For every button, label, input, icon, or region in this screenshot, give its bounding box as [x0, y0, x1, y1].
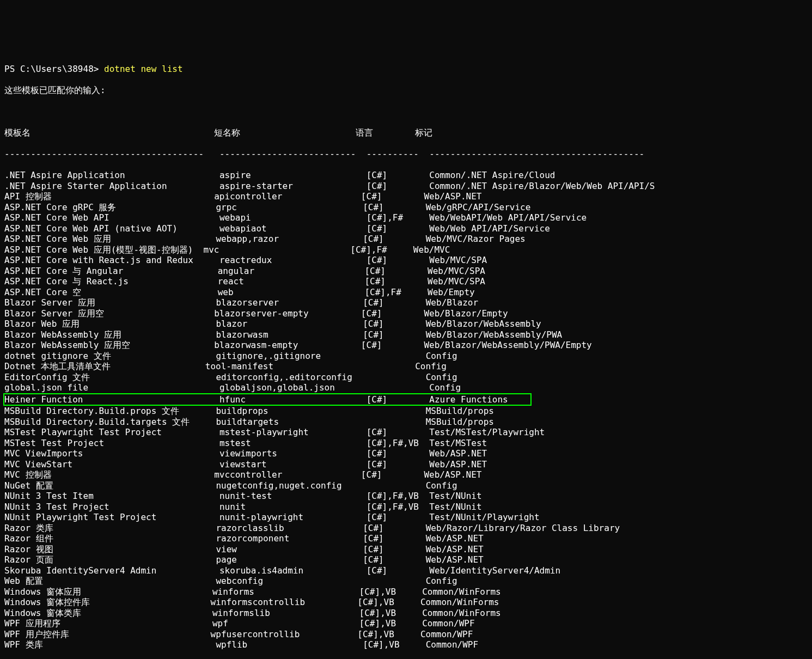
template-row: .NET Aspire Starter Application aspire-s… [4, 181, 808, 192]
template-row: EditorConfig 文件 editorconfig,.editorconf… [4, 372, 808, 383]
template-row: MVC ViewStart viewstart [C#] Web/ASP.NET [4, 459, 808, 470]
template-row: Razor 视图 view [C#] Web/ASP.NET [4, 544, 808, 555]
template-row: MSBuild Directory.Build.props 文件 buildpr… [4, 406, 808, 417]
template-row: NUnit 3 Test Project nunit [C#],F#,VB Te… [4, 502, 808, 512]
template-row: global.json file globaljson,global.json … [4, 382, 808, 393]
template-row: Blazor Web 应用 blazor [C#] Web/Blazor/Web… [4, 319, 808, 330]
prompt-prefix: PS C:\Users\38948> [4, 64, 104, 74]
template-row: ASP.NET Core 与 React.js react [C#] Web/M… [4, 276, 808, 287]
template-row: NUnit Playwright Test Project nunit-play… [4, 512, 808, 523]
terminal-output: PS C:\Users\38948> dotnet new list 这些模板已… [0, 53, 812, 660]
template-row: Windows 窗体控件库 winformscontrollib [C#],VB… [4, 597, 808, 608]
template-row: Windows 窗体应用 winforms [C#],VB Common/Win… [4, 587, 808, 597]
template-row: Blazor WebAssembly 应用空 blazorwasm-empty … [4, 340, 808, 351]
template-row: ASP.NET Core Web API webapi [C#],F# Web/… [4, 212, 808, 223]
template-row: Blazor Server 应用 blazorserver [C#] Web/B… [4, 297, 808, 308]
prompt-line: PS C:\Users\38948> dotnet new list [4, 64, 808, 75]
template-row: Web 配置 webconfig Config [4, 576, 808, 587]
dash-row: -------------------------------------- -… [4, 149, 808, 160]
template-row: MSTest Playwright Test Project mstest-pl… [4, 427, 808, 438]
template-row: MVC ViewImports viewimports [C#] Web/ASP… [4, 448, 808, 459]
template-row: ASP.NET Core Web 应用 webapp,razor [C#] We… [4, 234, 808, 245]
template-row: NuGet 配置 nugetconfig,nuget.config Config [4, 480, 808, 491]
template-row: dotnet gitignore 文件 gitignore,.gitignore… [4, 351, 808, 362]
template-rows: .NET Aspire Application aspire [C#] Comm… [4, 170, 808, 650]
template-row: Blazor WebAssembly 应用 blazorwasm [C#] We… [4, 330, 808, 340]
header-row: 模板名 短名称 语言 标记 [4, 127, 808, 138]
template-row: ASP.NET Core 与 Angular angular [C#] Web/… [4, 266, 808, 277]
template-row: Windows 窗体类库 winformslib [C#],VB Common/… [4, 608, 808, 619]
template-row: Skoruba IdentityServer4 Admin skoruba.is… [4, 565, 808, 576]
template-row: MVC 控制器 mvccontroller [C#] Web/ASP.NET [4, 469, 808, 480]
template-row: Dotnet 本地工具清单文件 tool-manifest Config [4, 361, 808, 372]
template-row: Razor 组件 razorcomponent [C#] Web/ASP.NET [4, 533, 808, 544]
template-row: .NET Aspire Application aspire [C#] Comm… [4, 170, 808, 181]
template-row: Razor 类库 razorclasslib [C#] Web/Razor/Li… [4, 523, 808, 534]
template-row: ASP.NET Core Web 应用(模型-视图-控制器) mvc [C#],… [4, 245, 808, 255]
template-row: Blazor Server 应用空 blazorserver-empty [C#… [4, 308, 808, 319]
template-row: MSTest Test Project mstest [C#],F#,VB Te… [4, 438, 808, 449]
match-message: 这些模板已匹配你的输入: [4, 85, 808, 96]
template-row: API 控制器 apicontroller [C#] Web/ASP.NET [4, 191, 808, 202]
template-row: ASP.NET Core with React.js and Redux rea… [4, 255, 808, 266]
template-row: WPF 应用程序 wpf [C#],VB Common/WPF [4, 618, 808, 629]
template-row: WPF 用户控件库 wpfusercontrollib [C#],VB Comm… [4, 629, 808, 640]
template-row: MSBuild Directory.Build.targets 文件 build… [4, 417, 808, 428]
template-row-highlighted: Heiner Function hfunc [C#] Azure Functio… [3, 393, 532, 406]
command-text: dotnet new list [104, 64, 183, 74]
template-row: NUnit 3 Test Item nunit-test [C#],F#,VB … [4, 491, 808, 502]
blank-line [4, 106, 808, 117]
template-row: ASP.NET Core Web API (native AOT) webapi… [4, 223, 808, 234]
template-row: WPF 类库 wpflib [C#],VB Common/WPF [4, 639, 808, 650]
template-row: ASP.NET Core 空 web [C#],F# Web/Empty [4, 287, 808, 298]
template-row: Razor 页面 page [C#] Web/ASP.NET [4, 554, 808, 565]
template-row: ASP.NET Core gRPC 服务 grpc [C#] Web/gRPC/… [4, 202, 808, 213]
